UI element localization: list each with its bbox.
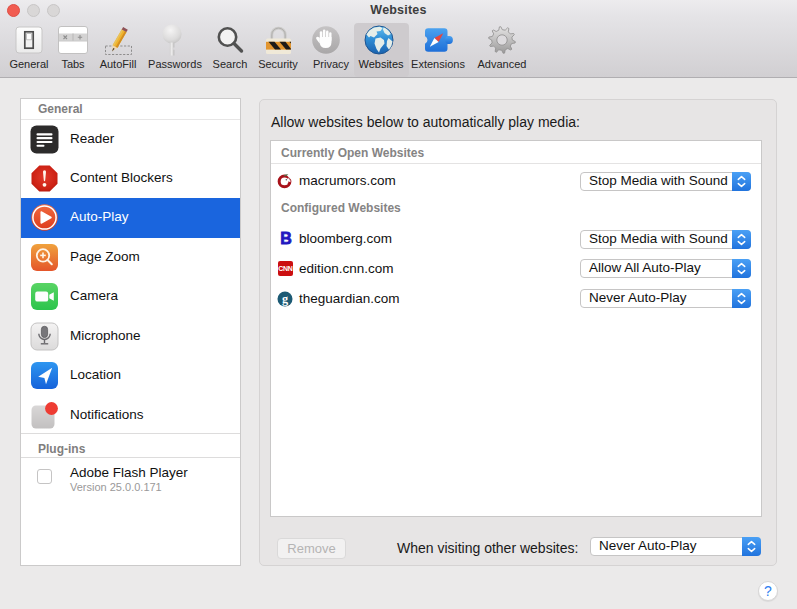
svg-text:g: g [282,292,288,306]
